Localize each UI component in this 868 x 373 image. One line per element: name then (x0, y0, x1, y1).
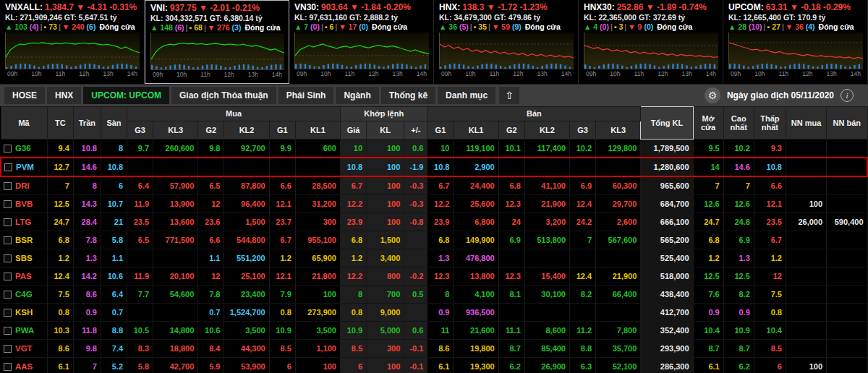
col-header-high[interactable]: Cao nhất (723, 107, 754, 140)
stock-code-cell[interactable]: LTG (1, 213, 47, 231)
collapse-panel-button[interactable]: ⇧ (499, 87, 519, 104)
row-checkbox[interactable] (4, 218, 12, 226)
tab-upcom-upcom[interactable]: UPCOM: UPCOM (83, 87, 169, 104)
col-header-sell-p1[interactable]: G1 (427, 121, 454, 140)
row-checkbox[interactable] (4, 273, 12, 280)
stock-code-cell[interactable]: C4G (1, 286, 47, 304)
stock-row-sbs[interactable]: SBS1.21.31.11.1551,2001.265,9001.23,4001… (1, 249, 867, 267)
unchanged-count: ▪ 68 (190, 23, 203, 32)
col-header-open[interactable]: Mở cửa (693, 107, 723, 140)
info-button[interactable]: i (841, 89, 854, 102)
tab-ph-i-sinh[interactable]: Phái Sinh (278, 87, 334, 104)
price-cell: 6.7 (754, 231, 786, 249)
tab-giao-d-ch-th-a-thu-n[interactable]: Giao dịch Thỏa thuận (171, 87, 276, 104)
col-header-change[interactable]: +/- (404, 121, 427, 140)
price-cell: 21 (101, 213, 127, 231)
price-cell: 44,300 (224, 340, 269, 358)
chart-time-axis: 09h10h11h12h13h14h (728, 70, 863, 77)
row-checkbox[interactable] (4, 309, 12, 317)
stock-code-cell[interactable]: PWA (1, 322, 47, 340)
row-checkbox[interactable] (4, 363, 12, 371)
price-cell: 10.9 (723, 322, 754, 340)
stock-row-pvm[interactable]: PVM12.714.610.810.8100-1.910.82,9001,280… (1, 158, 867, 176)
stock-code-cell[interactable]: VGT (1, 340, 47, 358)
stock-row-ltg[interactable]: LTG24.728.42123.513,60023.61,50023.73002… (1, 213, 867, 231)
col-header-sell-p2[interactable]: G2 (498, 121, 524, 140)
price-cell: 7.8 (73, 231, 101, 249)
row-checkbox[interactable] (4, 200, 12, 208)
price-cell (786, 158, 826, 176)
row-checkbox[interactable] (4, 345, 12, 353)
row-checkbox[interactable] (4, 145, 12, 153)
col-header-sell-v1[interactable]: KL1 (454, 121, 498, 140)
stock-row-dri[interactable]: DRI7866.457,9006.587,8006.628,5006.7100-… (1, 176, 867, 195)
row-checkbox[interactable] (4, 327, 12, 335)
stock-code-cell[interactable]: G36 (1, 140, 47, 158)
tab-th-ng-k-[interactable]: Thống kê (381, 87, 435, 104)
stock-row-bsr[interactable]: BSR6.87.85.86.5771,5006.6544,8006.7955,1… (1, 231, 867, 249)
col-header-ceiling[interactable]: Trần (73, 107, 101, 140)
price-cell: 300 (367, 340, 404, 358)
stock-code-cell[interactable]: PVM (1, 158, 47, 176)
price-cell (596, 158, 641, 176)
stock-code-cell[interactable]: DRI (1, 176, 47, 195)
col-header-reference[interactable]: TC (47, 107, 73, 140)
settings-button[interactable]: ⚙ (705, 87, 720, 103)
col-header-buy-v1[interactable]: KL1 (295, 121, 340, 140)
market-status: Đóng cửa (819, 22, 854, 31)
col-header-code[interactable]: Mã (1, 107, 47, 140)
col-header-buy-v2[interactable]: KL2 (224, 121, 269, 140)
price-cell (153, 158, 198, 176)
col-header-foreign-sell[interactable]: NN bán (827, 107, 867, 140)
col-header-buy-p1[interactable]: G1 (269, 121, 295, 140)
stock-row-vgt[interactable]: VGT8.69.87.48.318,8008.444,3008.51,1008.… (1, 340, 867, 358)
index-name: VN30: (294, 2, 319, 12)
col-header-sell-v3[interactable]: KL3 (596, 121, 641, 140)
col-header-buy-p3[interactable]: G3 (127, 121, 153, 140)
stock-code-cell[interactable]: BSR (1, 231, 47, 249)
col-header-sell-p3[interactable]: G3 (570, 121, 596, 140)
stock-code-cell[interactable]: BVB (1, 195, 47, 213)
price-cell: 6.6 (754, 176, 786, 195)
col-header-sell-v2[interactable]: KL2 (524, 121, 569, 140)
col-header-floor[interactable]: Sàn (101, 107, 127, 140)
price-cell (524, 158, 569, 176)
tab-hnx[interactable]: HNX (47, 87, 81, 104)
col-header-total-volume[interactable]: Tổng KL (641, 107, 693, 140)
stock-row-pwa[interactable]: PWA10.311.88.810.514,80010.63,50010.93,5… (1, 322, 867, 340)
stock-row-aas[interactable]: AAS6.175.25.842,7005.953,90061006100-0.1… (1, 358, 867, 373)
stock-row-c4g[interactable]: C4G7.58.66.47.754,6007.823,4007.91008700… (1, 286, 867, 304)
stock-code-cell[interactable]: PAS (1, 267, 47, 286)
advancers: ▲ 4 (584, 22, 597, 31)
col-header-buy-p2[interactable]: G2 (198, 121, 224, 140)
stock-row-pas[interactable]: PAS12.414.210.611.920,1001225,10012.121,… (1, 267, 867, 286)
col-header-buy-v3[interactable]: KL3 (153, 121, 198, 140)
row-checkbox[interactable] (4, 291, 12, 299)
stock-code-cell[interactable]: KSH (1, 304, 47, 322)
index-panel-hnx30[interactable]: HNX30:252.86 ▼ -1.89 -0.74%KL: 22,365,00… (579, 0, 723, 84)
stock-row-bvb[interactable]: BVB12.514.310.711.913,9001296,40012.131,… (1, 195, 867, 213)
stock-row-g36[interactable]: G369.410.889.7260,6009.892,7009.96001010… (1, 140, 867, 158)
tab-danh-m-c[interactable]: Danh mục (438, 87, 495, 104)
row-checkbox[interactable] (4, 182, 12, 190)
stock-row-ksh[interactable]: KSH0.80.90.70.71,524,7000.8273,9000.89,0… (1, 304, 867, 322)
stock-code-cell[interactable]: SBS (1, 249, 47, 267)
row-checkbox[interactable] (4, 163, 12, 171)
col-header-foreign-buy[interactable]: NN mua (786, 107, 826, 140)
index-panel-vni[interactable]: VNI:937.75 ▼ -2.01 -0.21%KL: 304,332,571… (145, 0, 289, 84)
row-checkbox[interactable] (4, 254, 12, 262)
tab-ng-nh[interactable]: Ngành (336, 87, 378, 104)
row-checkbox[interactable] (4, 236, 12, 244)
price-cell: 12.2 (340, 195, 366, 213)
stock-code-cell[interactable]: AAS (1, 358, 47, 373)
col-header-matched-price[interactable]: Giá (340, 121, 366, 140)
index-panel-vnxall[interactable]: VNXALL:1,384.7 ▼ -4.31 -0.31%KL: 271,909… (0, 0, 145, 84)
index-panel-upcom[interactable]: UPCOM:63.31 ▼ -0.18 -0.29%KL: 12,665,400… (723, 0, 868, 84)
col-header-matched-volume[interactable]: KL (367, 121, 404, 140)
index-panel-hnx[interactable]: HNX:138.3 ▼ -1.72 -1.23%KL: 34,679,300 G… (434, 0, 579, 84)
price-cell: 10.6 (198, 322, 224, 340)
index-panel-vn30[interactable]: VN30:903.64 ▼ -1.84 -0.20%KL: 97,631,160… (289, 0, 434, 84)
tab-hose[interactable]: HOSE (4, 87, 45, 104)
col-header-low[interactable]: Thấp nhất (754, 107, 786, 140)
price-cell: 11.2 (570, 322, 596, 340)
